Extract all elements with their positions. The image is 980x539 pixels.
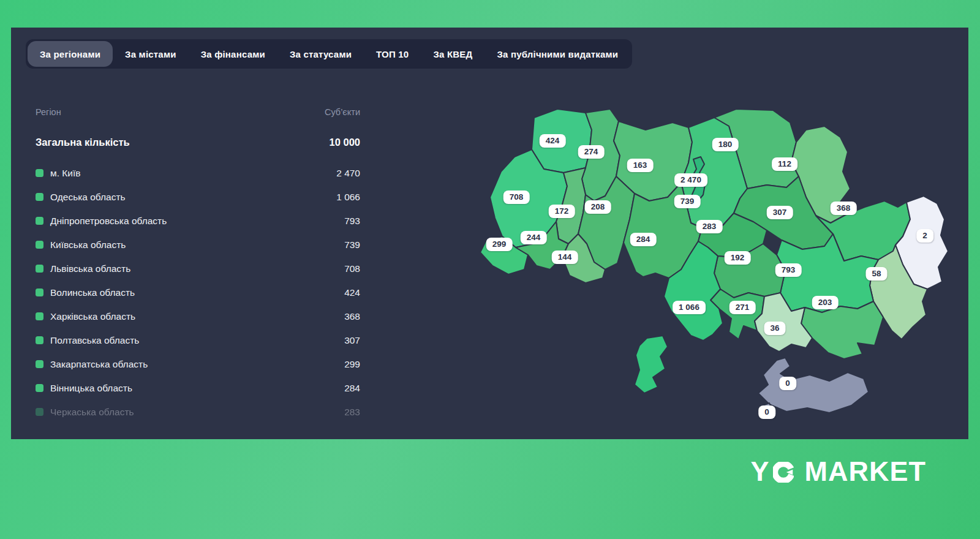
map-value-chip-ternopil: 172 [549, 205, 575, 218]
region-name: Полтавська область [50, 335, 139, 346]
tab-4[interactable]: За статусами [277, 41, 364, 67]
ukraine-map: 4242741631801127392 47070817220828428330… [466, 104, 962, 423]
map-value-chip-chernihiv: 180 [712, 138, 739, 151]
region-crimea[interactable] [758, 358, 869, 413]
map-value-chip-lviv: 708 [503, 190, 530, 204]
map-value-chip-volyn: 424 [540, 134, 566, 148]
region-color-swatch-icon [36, 241, 43, 249]
map-value-chip-kirovohrad: 192 [725, 251, 751, 265]
dashboard-panel: За регіонамиЗа містамиЗа фінансамиЗа ста… [11, 28, 968, 439]
map-value-chip-dnipro: 793 [775, 263, 802, 277]
tab-7[interactable]: За публічними видатками [484, 41, 630, 67]
total-value: 10 000 [330, 137, 360, 148]
map-value-chip-kyiv-city: 2 470 [674, 173, 707, 187]
region-name: Вінницька область [50, 383, 132, 394]
map-value-chip-ivano-frankivsk: 244 [521, 231, 547, 244]
region-value: 1 066 [336, 192, 360, 203]
region-zaporizhzhia[interactable] [801, 301, 883, 359]
map-value-chip-odesa: 1 066 [673, 301, 706, 314]
map-value-chip-donetsk: 58 [865, 267, 887, 281]
map-value-chip-kharkiv: 368 [831, 202, 857, 215]
table-row: Волинська область424 [36, 281, 360, 304]
table-row: Харківська область368 [36, 304, 360, 328]
map-value-chip-rivne: 274 [578, 145, 605, 159]
region-color-swatch-icon [36, 360, 43, 368]
map-value-chip-chernivtsi: 144 [552, 251, 578, 264]
tab-1[interactable]: За регіонами [28, 41, 113, 67]
region-value: 424 [344, 287, 360, 298]
map-value-chip-khmelnytskyi: 208 [585, 200, 611, 214]
map-value-chip-vinnytsia: 284 [630, 233, 657, 246]
table-row: Вінницька область284 [36, 376, 360, 400]
ukraine-map-svg [466, 104, 962, 423]
tab-2[interactable]: За містами [113, 41, 189, 67]
region-color-swatch-icon [36, 408, 43, 416]
map-value-chip-zhytomyr: 163 [627, 159, 654, 172]
region-name: Львівська область [50, 263, 130, 274]
region-color-swatch-icon [36, 336, 43, 344]
table-row: Одеська область1 066 [36, 185, 360, 209]
region-name: Дніпропетровська область [50, 216, 167, 227]
tab-bar: За регіонамиЗа містамиЗа фінансамиЗа ста… [26, 39, 632, 69]
yc-c-icon [771, 459, 796, 484]
table-total-row: Загальна кількість 10 000 [36, 135, 360, 149]
tab-5[interactable]: ТОП 10 [364, 41, 421, 67]
map-value-chip-luhansk: 2 [916, 229, 933, 243]
map-value-chip-kyiv-oblast: 739 [674, 195, 701, 208]
region-color-swatch-icon [36, 193, 43, 201]
map-value-chip-zaporizhzhia: 203 [812, 296, 839, 309]
region-name: Харківська область [50, 311, 135, 322]
map-value-chip-sevastopol: 0 [758, 405, 775, 419]
map-value-chip-zakarpattia: 299 [486, 238, 513, 251]
table-row: Закарпатська область299 [36, 352, 360, 376]
logo-word-market: MARKET [805, 456, 926, 488]
region-color-swatch-icon [36, 384, 43, 392]
region-value: 284 [344, 383, 360, 394]
region-value: 793 [344, 216, 360, 227]
map-value-chip-mykolaiv: 271 [729, 301, 756, 314]
column-header-subjects: Суб’єкти [325, 107, 360, 119]
region-value: 299 [344, 359, 360, 370]
region-value: 283 [344, 407, 360, 418]
region-name: Закарпатська область [50, 359, 148, 370]
map-value-chip-kherson: 36 [764, 322, 785, 335]
region-name: Київська область [50, 239, 126, 251]
region-name: Одеська область [50, 192, 126, 203]
region-odesa-budjak[interactable] [635, 336, 668, 393]
region-name: м. Київ [50, 168, 81, 179]
region-color-swatch-icon [36, 312, 43, 320]
table-row: Полтавська область307 [36, 328, 360, 352]
region-name: Черкаська область [50, 407, 134, 418]
column-header-region: Регіон [36, 107, 61, 119]
region-value: 708 [344, 263, 360, 274]
tab-3[interactable]: За фінансами [189, 41, 277, 67]
region-color-swatch-icon [36, 288, 43, 296]
map-value-chip-sumy: 112 [772, 157, 797, 171]
table-rows: м. Київ2 470Одеська область1 066Дніпропе… [36, 161, 360, 424]
region-table: Регіон Суб’єкти Загальна кількість 10 00… [36, 101, 360, 424]
region-value: 739 [344, 239, 360, 251]
table-row: Львівська область708 [36, 257, 360, 281]
region-name: Волинська область [50, 287, 135, 298]
table-row: Дніпропетровська область793 [36, 209, 360, 233]
map-value-chip-poltava: 307 [767, 206, 793, 219]
tab-6[interactable]: За КВЕД [421, 41, 484, 67]
map-value-chip-cherkasy: 283 [696, 220, 723, 233]
region-value: 368 [344, 311, 360, 322]
region-color-swatch-icon [36, 169, 43, 177]
yc-market-logo: Y MARKET [751, 456, 927, 488]
table-row: м. Київ2 470 [36, 161, 360, 185]
region-color-swatch-icon [36, 265, 43, 273]
logo-letter-y: Y [751, 456, 770, 488]
map-value-chip-crimea: 0 [779, 377, 796, 390]
table-row: Київська область739 [36, 233, 360, 257]
region-value: 307 [344, 335, 360, 346]
table-row: Черкаська область283 [36, 400, 360, 424]
region-value: 2 470 [336, 168, 360, 179]
table-header: Регіон Суб’єкти [36, 107, 360, 119]
total-label: Загальна кількість [36, 137, 130, 148]
region-color-swatch-icon [36, 217, 43, 225]
